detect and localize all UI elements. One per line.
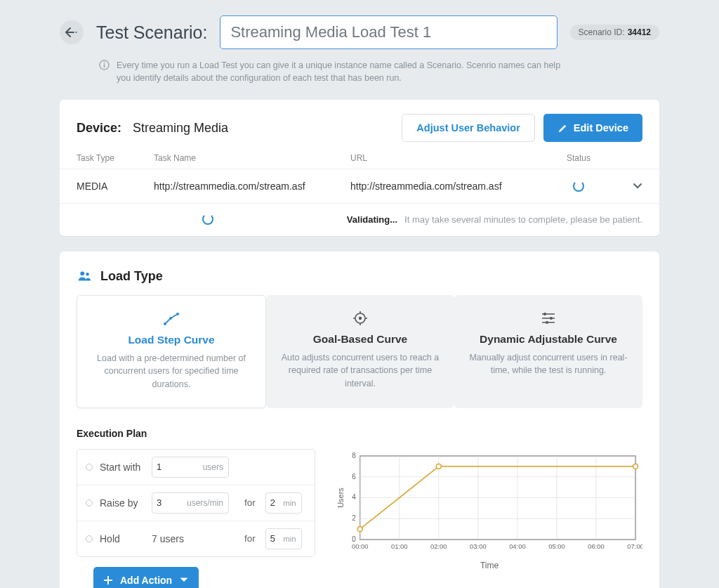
scenario-id-label: Scenario ID: — [579, 27, 625, 37]
loadtype-title: Load Type — [100, 269, 163, 284]
svg-text:6: 6 — [352, 472, 356, 480]
chart-xlabel: Time — [336, 561, 642, 570]
pencil-icon — [558, 123, 568, 133]
people-icon — [77, 268, 92, 284]
spinner-icon — [573, 181, 584, 192]
exec-raise-unit: users/min — [187, 498, 223, 508]
scenario-id-value: 34412 — [628, 27, 651, 37]
exec-hold-for-unit: min — [283, 535, 296, 543]
exec-raise-for-label: for — [244, 497, 256, 508]
svg-point-44 — [633, 464, 638, 469]
target-icon — [352, 311, 368, 326]
loadtype-option-desc: Load with a pre-determined number of con… — [91, 352, 251, 390]
svg-point-2 — [104, 63, 105, 64]
edit-device-button[interactable]: Edit Device — [543, 114, 642, 142]
scenario-name-input[interactable] — [220, 15, 557, 49]
loadtype-option-title: Dynamic Adjustable Curve — [468, 333, 628, 346]
loadtype-option-title: Load Step Curve — [91, 334, 251, 346]
svg-text:07:00: 07:00 — [627, 542, 642, 550]
svg-text:03:00: 03:00 — [470, 542, 487, 550]
svg-text:2: 2 — [352, 514, 356, 522]
svg-text:04:00: 04:00 — [509, 542, 526, 550]
loadtype-option-goal[interactable]: Goal-Based Curve Auto adjusts concurrent… — [266, 295, 454, 407]
info-icon — [99, 60, 110, 70]
svg-text:4: 4 — [352, 493, 356, 501]
sliders-icon — [541, 312, 556, 325]
svg-point-11 — [543, 313, 546, 315]
svg-point-13 — [546, 321, 548, 324]
svg-point-43 — [436, 464, 441, 469]
validating-hint: It may take several minutes to complete,… — [404, 214, 642, 225]
arrow-left-icon — [65, 27, 78, 37]
svg-point-0 — [76, 32, 77, 33]
edit-device-label: Edit Device — [574, 122, 628, 133]
svg-text:01:00: 01:00 — [391, 542, 408, 550]
device-name: Streaming Media — [133, 121, 228, 136]
exec-raise-label: Raise by — [100, 497, 145, 509]
th-task-type: Task Type — [77, 153, 154, 163]
plus-icon — [103, 575, 113, 585]
svg-text:06:00: 06:00 — [588, 542, 605, 550]
td-url: http://streammedia.com/stream.asf — [350, 181, 547, 192]
add-action-button[interactable]: Add Action — [93, 567, 199, 588]
exec-hold-text: 7 users — [152, 533, 229, 544]
loadtype-option-dynamic[interactable]: Dynamic Adjustable Curve Manually adjust… — [454, 295, 642, 407]
exec-start-unit: users — [203, 462, 223, 472]
step-dot-icon — [86, 499, 93, 507]
exec-hold-label: Hold — [100, 533, 145, 544]
loadtype-option-desc: Auto adjusts concurrent users to reach a… — [280, 351, 440, 389]
exec-start-label: Start with — [100, 462, 145, 473]
back-button[interactable] — [60, 20, 84, 44]
loadtype-option-step[interactable]: Load Step Curve Load with a pre-determin… — [77, 295, 266, 407]
loadtype-option-desc: Manually adjust concurrent users in real… — [468, 351, 628, 377]
exec-plan-table: Start with users Raise by users/min — [77, 449, 315, 557]
step-dot-icon — [86, 535, 93, 542]
exec-raise-for-unit: min — [283, 499, 296, 507]
exec-hold-for-label: for — [244, 533, 256, 544]
svg-point-42 — [357, 526, 362, 531]
svg-text:Users: Users — [336, 487, 345, 507]
step-curve-icon — [163, 312, 180, 326]
exec-chart: 0246800:0001:0002:0003:0004:0005:0006:00… — [336, 449, 642, 588]
task-row[interactable]: MEDIA http://streammedia.com/stream.asf … — [60, 169, 659, 204]
svg-text:02:00: 02:00 — [430, 542, 447, 550]
adjust-user-behavior-button[interactable]: Adjust User Behavior — [402, 114, 534, 142]
svg-text:8: 8 — [352, 452, 356, 459]
add-action-label: Add Action — [120, 575, 172, 586]
caret-down-icon — [179, 575, 189, 585]
chevron-down-icon[interactable] — [633, 183, 642, 190]
svg-text:00:00: 00:00 — [352, 542, 369, 550]
device-label: Device: — [77, 121, 121, 136]
scenario-id-badge: Scenario ID: 34412 — [570, 25, 659, 40]
th-status: Status — [547, 153, 610, 163]
svg-point-5 — [86, 273, 88, 275]
svg-point-10 — [359, 317, 362, 320]
step-dot-icon — [86, 464, 93, 471]
th-url: URL — [350, 153, 547, 163]
device-card: Device: Streaming Media Adjust User Beha… — [60, 100, 659, 236]
page-title: Test Scenario: — [96, 22, 207, 43]
spinner-icon — [202, 214, 213, 225]
validating-label: Validating... — [347, 214, 397, 225]
td-task-name: http://streammedia.com/stream.asf — [154, 181, 350, 192]
svg-rect-3 — [104, 64, 105, 67]
svg-text:05:00: 05:00 — [548, 542, 565, 550]
loadtype-card: Load Type Load Step Curve Load with a pr… — [60, 251, 659, 588]
svg-point-12 — [550, 317, 553, 320]
svg-point-4 — [80, 272, 84, 276]
header-hint: Every time you run a Load Test you can g… — [117, 59, 565, 84]
exec-plan-title: Execution Plan — [60, 408, 659, 449]
loadtype-option-title: Goal-Based Curve — [280, 333, 440, 346]
th-task-name: Task Name — [154, 153, 350, 163]
td-task-type: MEDIA — [77, 181, 154, 192]
